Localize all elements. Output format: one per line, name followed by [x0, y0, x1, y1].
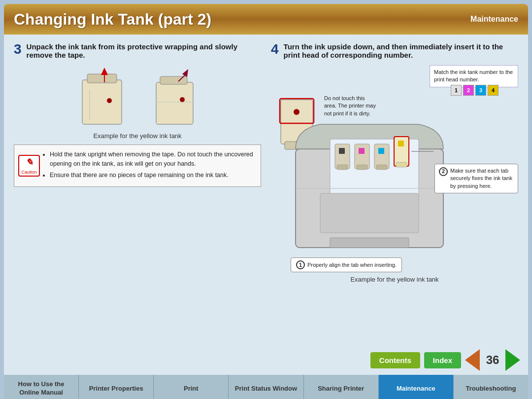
step4-header: 4 Turn the ink upside down, and then imm… — [271, 42, 518, 59]
next-page-button[interactable] — [505, 349, 520, 371]
svg-rect-19 — [337, 165, 348, 170]
ink-tank-2-svg — [144, 65, 203, 129]
page-header: Changing Ink Tank (part 2) Maintenance — [4, 4, 528, 35]
step3-header: 3 Unpack the ink tank from its protectiv… — [14, 42, 261, 59]
caution-list: Hold the tank upright when removing the … — [44, 150, 254, 180]
step4-caption: Example for the yellow ink tank — [271, 276, 518, 283]
svg-rect-0 — [82, 80, 122, 124]
svg-rect-1 — [87, 74, 117, 83]
footer-tab-2[interactable]: Print — [154, 375, 229, 399]
prev-page-button[interactable] — [465, 349, 480, 371]
caution-box: ✎ Caution Hold the tank upright when rem… — [14, 145, 261, 187]
ink-tank-1-svg — [72, 65, 132, 129]
svg-rect-25 — [376, 165, 387, 170]
printer-illustration-svg — [281, 109, 458, 257]
footer-tab-1[interactable]: Printer Properties — [79, 375, 154, 399]
svg-marker-8 — [182, 69, 188, 77]
head-num-2: 2 — [463, 85, 474, 96]
index-button[interactable]: Index — [424, 352, 461, 368]
svg-rect-29 — [398, 141, 404, 146]
callout-2-circle: 2 — [439, 167, 448, 176]
footer-tab-3[interactable]: Print Status Window — [229, 375, 303, 399]
head-num-4: 4 — [488, 85, 499, 96]
callout-tab-press: 2 Make sure that each tab securely fixes… — [434, 164, 518, 193]
svg-rect-28 — [396, 162, 407, 167]
step4-diagram: Match the ink tank number to the print h… — [271, 65, 518, 277]
step3-title: Unpack the ink tank from its protective … — [27, 42, 237, 59]
footer-tab-6[interactable]: Troubleshooting — [454, 375, 528, 399]
main-content: 3 Unpack the ink tank from its protectiv… — [4, 35, 528, 345]
step4-number: 4 — [271, 42, 279, 56]
head-num-1: 1 — [451, 85, 462, 96]
step4-panel: 4 Turn the ink upside down, and then imm… — [271, 42, 518, 277]
caution-icon: ✎ Caution — [18, 155, 40, 177]
footer-tab-bar: How to Use the Online ManualPrinter Prop… — [4, 375, 528, 399]
footer-tab-5[interactable]: Maintenance — [379, 375, 454, 399]
page-title: Changing Ink Tank (part 2) — [14, 10, 470, 29]
step3-illustration — [14, 65, 261, 129]
footer-tab-0[interactable]: How to Use the Online Manual — [4, 375, 79, 399]
page-subtitle: Maintenance — [470, 15, 518, 24]
svg-rect-26 — [378, 148, 384, 154]
svg-rect-20 — [339, 148, 345, 154]
svg-rect-32 — [330, 238, 409, 248]
svg-point-5 — [107, 98, 112, 103]
contents-button[interactable]: Contents — [370, 352, 420, 368]
svg-marker-3 — [101, 68, 108, 75]
svg-rect-6 — [156, 82, 193, 124]
svg-rect-31 — [320, 193, 419, 233]
print-head-numbers: 1 2 3 4 — [451, 85, 499, 96]
callout-align-tab: 1 Properly align the tab when inserting. — [291, 257, 402, 272]
step4-title: Turn the ink upside down, and then immed… — [284, 42, 503, 59]
svg-rect-7 — [160, 76, 187, 84]
svg-rect-22 — [357, 165, 367, 170]
step3-panel: 3 Unpack the ink tank from its protectiv… — [14, 42, 261, 277]
svg-rect-23 — [359, 148, 365, 154]
callout-1-circle: 1 — [296, 260, 305, 269]
footer-tab-4[interactable]: Sharing Printer — [304, 375, 379, 399]
bottom-navigation: Contents Index 36 — [4, 345, 528, 375]
caution-item-1: Hold the tank upright when removing the … — [50, 150, 254, 169]
caution-item-2: Ensure that there are no pieces of tape … — [50, 171, 254, 180]
step3-caption: Example for the yellow ink tank — [14, 132, 261, 140]
svg-point-11 — [180, 97, 185, 102]
callout-match-number: Match the ink tank number to the print h… — [430, 65, 518, 87]
step3-number: 3 — [14, 42, 22, 56]
head-num-3: 3 — [475, 85, 486, 96]
page-number: 36 — [484, 353, 501, 367]
